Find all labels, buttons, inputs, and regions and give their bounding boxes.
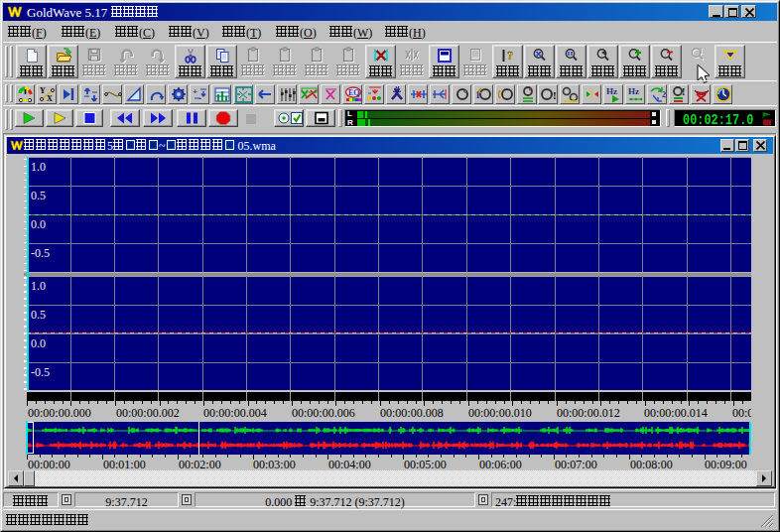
svg-text:Hz: Hz	[606, 86, 617, 96]
svg-text:Y: Y	[40, 86, 46, 95]
svg-text:!: !	[682, 86, 685, 97]
svg-text:1: 1	[699, 47, 703, 56]
svg-text:X: X	[47, 94, 53, 103]
svg-text:?: ?	[507, 48, 514, 63]
svg-text:Hz: Hz	[628, 86, 639, 96]
svg-text:EQ: EQ	[348, 88, 360, 97]
svg-text:!: !	[553, 89, 557, 101]
svg-text:2: 2	[662, 90, 666, 99]
svg-text:+: +	[193, 86, 197, 96]
